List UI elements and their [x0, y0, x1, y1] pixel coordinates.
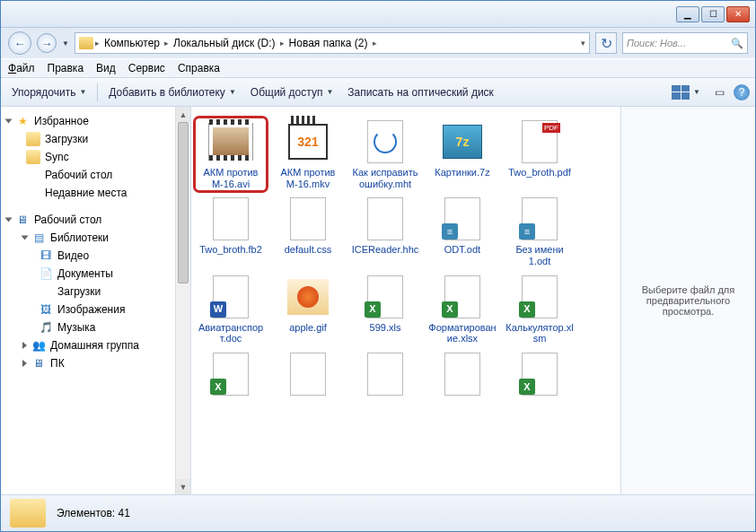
homegroup-icon: 👥 [31, 338, 46, 353]
back-button[interactable]: ← [8, 31, 31, 55]
minimize-button[interactable]: ▁ [676, 6, 699, 22]
file-icon: X [440, 275, 485, 319]
pc-node[interactable]: 🖥 ПК [4, 354, 187, 372]
breadcrumb-item[interactable]: Локальный диск (D:) [171, 37, 278, 49]
sidebar-item[interactable]: 🎞 Видео [4, 247, 187, 265]
file-name: default.css [285, 244, 332, 256]
library-item-icon: 📄 [39, 266, 53, 281]
sidebar-item[interactable]: 🎵 Музыка [4, 318, 187, 336]
status-bar: Элементов: 41 [1, 494, 755, 530]
file-name: АКМ против М-16.avi [197, 167, 265, 189]
help-button[interactable]: ? [734, 84, 750, 100]
file-icon [208, 119, 253, 164]
maximize-button[interactable]: ☐ [701, 6, 725, 22]
file-icon [208, 196, 253, 241]
file-icon [517, 119, 562, 164]
file-icon: 321 [286, 119, 330, 164]
sidebar-item[interactable]: 🖼 Изображения [4, 301, 187, 318]
file-name: apple.gif [289, 322, 327, 334]
file-item[interactable]: 321 АКМ против М-16.mkv [274, 119, 342, 189]
file-item[interactable] [274, 352, 342, 399]
monitor-icon: 🖥 [15, 213, 30, 227]
file-item[interactable]: X Форматирование.xlsx [428, 275, 497, 344]
file-item[interactable]: X 599.xls [351, 275, 419, 344]
file-item[interactable] [428, 352, 497, 399]
file-item[interactable]: Two_broth.fb2 [197, 196, 265, 266]
titlebar: ▁ ☐ ✕ [1, 1, 755, 28]
menu-file[interactable]: ФФайлайл [8, 62, 35, 74]
library-item-icon [39, 284, 53, 299]
view-options-button[interactable]: ▼ [666, 83, 706, 102]
menu-edit[interactable]: Правка [48, 62, 84, 74]
breadcrumb[interactable]: ▸ Компьютер ▸ Локальный диск (D:) ▸ Нова… [75, 32, 590, 54]
history-dropdown[interactable]: ▼ [62, 39, 69, 48]
burn-button[interactable]: Записать на оптический диск [342, 83, 499, 101]
file-name: 599.xls [370, 322, 401, 334]
toolbar: Упорядочить▼ Добавить в библиотеку▼ Общи… [1, 78, 755, 107]
library-item-icon: 🖼 [39, 302, 53, 317]
sidebar-scrollbar[interactable]: ▲ ▼ [175, 107, 190, 494]
file-item[interactable]: Two_broth.pdf [505, 119, 574, 189]
item-count: Элементов: 41 [57, 507, 130, 519]
file-icon: ≡ [517, 196, 562, 241]
file-item[interactable]: АКМ против М-16.avi [197, 119, 265, 189]
sidebar-item[interactable]: Загрузки [4, 130, 187, 148]
library-item-icon: 🎞 [39, 249, 53, 263]
sidebar-item[interactable]: 📄 Документы [4, 265, 187, 283]
preview-pane: Выберите файл для предварительного просм… [620, 107, 755, 494]
organize-button[interactable]: Упорядочить▼ [6, 83, 92, 101]
close-button[interactable]: ✕ [726, 6, 750, 22]
file-icon [286, 196, 330, 241]
file-item[interactable]: apple.gif [274, 275, 342, 344]
file-name: Форматирование.xlsx [428, 322, 497, 344]
file-item[interactable]: ≡ ODT.odt [428, 196, 497, 266]
sidebar-item[interactable]: Рабочий стол [4, 166, 187, 184]
file-item[interactable]: ≡ Без имени 1.odt [505, 196, 574, 266]
file-item[interactable]: Как исправить ошибку.mht [351, 119, 419, 189]
file-name: Авиатранспорт.doc [197, 322, 265, 344]
file-list[interactable]: АКМ против М-16.avi 321 АКМ против М-16.… [191, 107, 620, 494]
breadcrumb-item[interactable]: Компьютер [101, 37, 163, 49]
file-item[interactable]: default.css [274, 196, 342, 266]
sidebar-item[interactable]: Sync [4, 148, 187, 166]
search-box[interactable]: Поиск: Нов... 🔍 [622, 32, 748, 54]
sidebar-item[interactable]: Недавние места [4, 184, 187, 202]
file-icon: 7z [440, 119, 485, 164]
file-item[interactable]: 7z Картинки.7z [428, 119, 497, 189]
monitor-icon [26, 168, 40, 182]
file-icon [440, 352, 485, 397]
desktop-header[interactable]: 🖥 Рабочий стол [4, 211, 187, 229]
file-item[interactable]: X Калькулятор.xlsm [505, 275, 574, 344]
sidebar-item[interactable]: Загрузки [4, 283, 187, 301]
file-item[interactable]: W Авиатранспорт.doc [197, 275, 265, 344]
file-icon: W [208, 275, 253, 319]
refresh-button[interactable]: ↻ [595, 32, 617, 54]
file-item[interactable]: ICEReader.hhc [351, 196, 419, 266]
folder-icon [10, 499, 46, 528]
breadcrumb-item[interactable]: Новая папка (2) [286, 37, 371, 49]
favorites-header[interactable]: ★ Избранное [4, 112, 187, 130]
menu-view[interactable]: Вид [96, 62, 116, 74]
navigation-pane: ★ Избранное Загрузки Sync Рабочий стол Н… [1, 107, 191, 494]
libraries-node[interactable]: ▤ Библиотеки [4, 229, 187, 247]
file-icon: X [208, 352, 253, 397]
library-icon: ▤ [31, 231, 46, 245]
file-name: Как исправить ошибку.mht [351, 167, 419, 189]
explorer-window: ▁ ☐ ✕ ← → ▼ ▸ Компьютер ▸ Локальный диск… [0, 0, 756, 532]
lib-icon [26, 186, 40, 200]
menu-help[interactable]: Справка [178, 62, 220, 74]
file-name: Без имени 1.odt [505, 244, 574, 266]
search-placeholder: Поиск: Нов... [627, 38, 686, 48]
homegroup-node[interactable]: 👥 Домашняя группа [4, 336, 187, 354]
file-item[interactable]: X [505, 352, 574, 399]
menu-tools[interactable]: Сервис [128, 62, 165, 74]
file-name: Калькулятор.xlsm [505, 322, 574, 344]
search-icon: 🔍 [731, 38, 743, 49]
file-item[interactable] [351, 352, 419, 399]
add-library-button[interactable]: Добавить в библиотеку▼ [103, 83, 241, 101]
forward-button[interactable]: → [37, 33, 57, 53]
file-item[interactable]: X [197, 352, 265, 399]
share-button[interactable]: Общий доступ▼ [245, 83, 339, 101]
breadcrumb-dropdown[interactable]: ▾ [581, 39, 585, 48]
preview-pane-button[interactable]: ▭ [709, 83, 730, 101]
